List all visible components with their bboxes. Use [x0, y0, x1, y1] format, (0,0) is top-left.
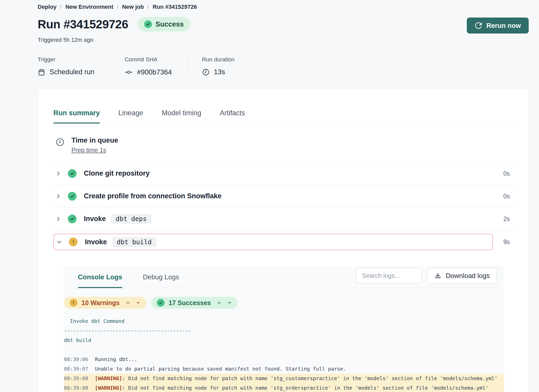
rerun-now-button[interactable]: Rerun now [467, 18, 529, 34]
breadcrumb: Deploy / New Environment / New job / Run… [38, 4, 529, 10]
step-row-create-profile-snowflake[interactable]: Create profile from connection Snowflake… [53, 185, 513, 208]
warnings-badge[interactable]: 10 Warnings [64, 297, 146, 309]
tab-lineage[interactable]: Lineage [118, 109, 143, 123]
logs-panel-header: Console Logs Debug Logs Download logs [64, 266, 504, 288]
successes-badge[interactable]: 17 Successes [151, 297, 238, 309]
step-row-invoke-dbt-deps[interactable]: Invoke dbt deps 2s [53, 208, 513, 230]
search-logs-input[interactable] [356, 268, 422, 283]
meta-duration-label: Run duration [202, 56, 234, 63]
rerun-icon [475, 22, 482, 29]
log-line: 08:39:06Running dbt... [64, 355, 504, 364]
log-line: Invoke dbt Command [64, 316, 504, 326]
success-check-icon [68, 192, 77, 201]
step-title: Invoke [84, 215, 106, 223]
clock-icon [55, 137, 65, 147]
log-line-warning: 08:39:08[WARNING]: Did not find matching… [64, 374, 504, 383]
status-badge: Success [137, 17, 191, 31]
tab-artifacts[interactable]: Artifacts [220, 109, 245, 123]
success-check-icon [144, 20, 152, 28]
logs-panel-body: 10 Warnings [64, 288, 504, 392]
prep-time-link[interactable]: Prep time 1s [71, 146, 106, 154]
log-controls: Download logs [356, 268, 497, 288]
breadcrumb-current-run: Run #341529726 [153, 4, 197, 10]
meta-trigger-label: Trigger [38, 56, 94, 63]
log-line-separator: ----------------------------------------… [64, 326, 504, 336]
step-duration: 0s [500, 193, 513, 200]
chevron-right-icon[interactable] [55, 216, 61, 222]
git-commit-icon [125, 68, 133, 76]
download-logs-label: Download logs [446, 272, 490, 280]
status-badge-label: Success [156, 20, 184, 28]
title-row: Run #341529726 Success [38, 17, 529, 31]
warnings-next-chevron-down-icon[interactable] [136, 300, 141, 305]
time-in-queue-title: Time in queue [71, 136, 118, 144]
breadcrumb-new-environment[interactable]: New Environment [65, 4, 113, 10]
successes-badge-label: 17 Successes [169, 299, 211, 307]
step-duration: 9s [500, 238, 513, 246]
breadcrumb-new-job[interactable]: New job [122, 4, 144, 10]
successes-prev-chevron-up-icon[interactable] [217, 300, 222, 305]
log-line-blank [64, 345, 504, 355]
step-duration: 2s [500, 215, 513, 223]
breadcrumb-separator: / [113, 4, 122, 10]
triggered-timestamp: Triggered 5h 12m ago [38, 37, 529, 43]
log-line: dbt build [64, 336, 504, 345]
clock-icon [202, 68, 210, 76]
step-duration: 0s [500, 170, 513, 177]
page-title: Run #341529726 [38, 17, 128, 31]
step-row-invoke-dbt-build: Invoke dbt build 9s [53, 230, 513, 254]
download-icon [434, 272, 442, 279]
tab-console-logs[interactable]: Console Logs [78, 266, 122, 288]
chevron-right-icon[interactable] [55, 171, 61, 176]
console-log-output: Invoke dbt Command ---------------------… [64, 316, 504, 392]
step-title: Create profile from connection Snowflake [84, 192, 222, 200]
calendar-icon [38, 68, 45, 76]
step-row-clone-git-repository[interactable]: Clone git repository 0s [53, 162, 513, 185]
breadcrumb-deploy[interactable]: Deploy [38, 4, 56, 10]
breadcrumb-separator: / [56, 4, 65, 10]
run-meta: Trigger Scheduled run Commit SHA #900b73… [38, 56, 529, 76]
command-chip: dbt build [112, 237, 156, 247]
tab-debug-logs[interactable]: Debug Logs [143, 266, 179, 288]
meta-duration-value: 13s [214, 68, 225, 76]
run-tabs: Run summary Lineage Model timing Artifac… [53, 109, 513, 124]
download-logs-button[interactable]: Download logs [427, 268, 497, 284]
log-tabs: Console Logs Debug Logs [78, 266, 179, 288]
success-check-icon [157, 299, 165, 307]
warning-icon [70, 299, 77, 307]
log-line: 08:39:07Unable to do partial parsing bec… [64, 364, 504, 374]
success-check-icon [68, 215, 77, 223]
time-in-queue-row: Time in queue Prep time 1s [53, 124, 513, 162]
warning-icon [69, 238, 78, 246]
meta-duration: Run duration 13s [188, 56, 250, 76]
meta-commit-value: #900b7364 [137, 68, 172, 76]
run-summary-card: Run summary Lineage Model timing Artifac… [38, 88, 529, 392]
log-summary-badges: 10 Warnings [64, 297, 504, 309]
logs-panel: Console Logs Debug Logs Download logs [64, 266, 504, 392]
chevron-right-icon[interactable] [55, 193, 61, 199]
run-detail-page: Deploy / New Environment / New job / Run… [0, 0, 539, 392]
step-title: Clone git repository [84, 169, 150, 177]
tab-model-timing[interactable]: Model timing [162, 109, 201, 123]
step-title: Invoke [85, 238, 107, 246]
success-check-icon [68, 169, 77, 178]
expanded-step-box[interactable]: Invoke dbt build [53, 234, 493, 250]
meta-commit: Commit SHA #900b7364 [110, 56, 188, 76]
tab-run-summary[interactable]: Run summary [53, 109, 100, 123]
meta-commit-label: Commit SHA [125, 56, 172, 63]
warnings-prev-chevron-up-icon[interactable] [125, 300, 130, 305]
meta-trigger: Trigger Scheduled run [38, 56, 110, 76]
command-chip: dbt deps [111, 214, 151, 224]
rerun-button-label: Rerun now [486, 22, 521, 30]
meta-trigger-value: Scheduled run [50, 68, 94, 76]
breadcrumb-separator: / [144, 4, 153, 10]
successes-next-chevron-down-icon[interactable] [227, 300, 232, 305]
chevron-down-icon[interactable] [56, 239, 62, 245]
warnings-badge-label: 10 Warnings [81, 299, 120, 307]
log-line-warning: 08:39:08[WARNING]: Did not find matching… [64, 383, 504, 392]
